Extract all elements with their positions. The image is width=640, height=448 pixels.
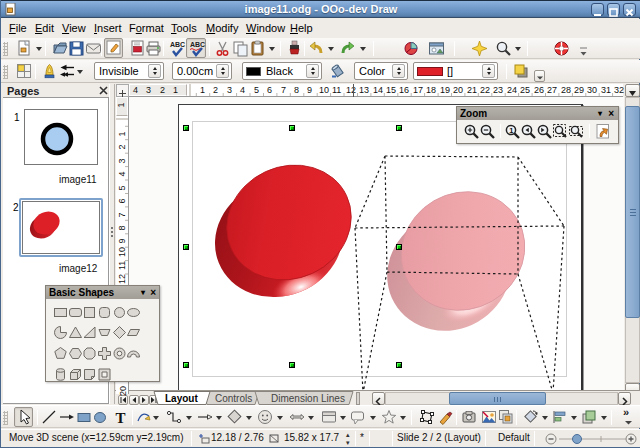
svg-text:Controls: Controls <box>215 393 252 404</box>
svg-text:Layout: Layout <box>165 393 198 404</box>
svg-text:Dimension Lines: Dimension Lines <box>271 393 345 404</box>
svg-text:T: T <box>116 410 126 426</box>
svg-text:1: 1 <box>509 126 513 135</box>
svg-text:ABC: ABC <box>170 41 185 48</box>
svg-text:ABC: ABC <box>190 41 205 48</box>
